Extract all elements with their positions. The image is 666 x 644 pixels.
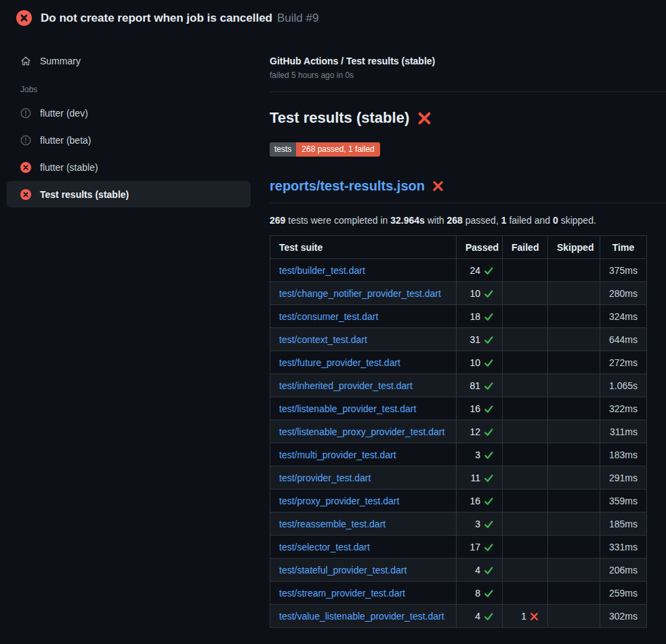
table-row: test/future_provider_test.dart 10 272ms: [270, 351, 647, 374]
check-icon: [484, 312, 493, 321]
skipped-cell: [548, 582, 600, 605]
test-suite-link[interactable]: test/proxy_provider_test.dart: [279, 496, 399, 506]
failed-cell: [503, 282, 548, 305]
failed-x-icon: [432, 180, 444, 192]
test-suite-link[interactable]: test/provider_test.dart: [279, 472, 371, 483]
job-label: flutter (stable): [40, 162, 98, 173]
time-cell: 324ms: [600, 305, 647, 328]
time-cell: 644ms: [600, 328, 647, 351]
skipped-cell: [548, 536, 600, 559]
skipped-cell: [548, 443, 600, 466]
time-cell: 259ms: [600, 582, 647, 605]
failed-cell: [503, 443, 548, 466]
check-icon: [484, 450, 493, 460]
passed-cell: 12: [457, 420, 503, 443]
passed-cell: 3: [457, 443, 503, 466]
table-row: test/listenable_proxy_provider_test.dart…: [270, 420, 647, 443]
sidebar-item-summary[interactable]: Summary: [7, 49, 251, 73]
sidebar-item-flutter-stable[interactable]: flutter (stable): [7, 154, 251, 180]
test-suite-link[interactable]: test/consumer_test.dart: [279, 311, 378, 322]
cancelled-status-icon: [20, 108, 31, 119]
job-label: flutter (beta): [40, 135, 91, 146]
summary-total: 269: [270, 215, 285, 226]
check-icon: [484, 565, 493, 575]
report-file-link[interactable]: reports/test-results.json: [270, 178, 425, 194]
skipped-cell: [548, 397, 600, 420]
test-suite-link[interactable]: test/reassemble_test.dart: [279, 519, 386, 529]
table-row: test/inherited_provider_test.dart 81 1.0…: [270, 374, 647, 397]
time-cell: 1.065s: [600, 374, 647, 397]
passed-cell: 81: [457, 374, 503, 397]
passed-cell: 17: [457, 536, 503, 559]
build-number: Build #9: [277, 12, 318, 24]
passed-cell: 31: [457, 328, 503, 351]
run-status-text: failed 5 hours ago in 0s: [270, 71, 666, 80]
failed-cell: [503, 582, 548, 605]
check-icon: [484, 611, 493, 621]
skipped-cell: [548, 605, 600, 628]
test-suite-link[interactable]: test/future_provider_test.dart: [279, 357, 400, 368]
sidebar-item-flutter-dev[interactable]: flutter (dev): [7, 100, 251, 126]
sidebar-item-flutter-beta[interactable]: flutter (beta): [7, 127, 251, 153]
failed-cell: [503, 305, 548, 328]
jobs-section-label: Jobs: [20, 85, 251, 94]
check-icon: [484, 473, 493, 483]
sidebar: Summary Jobs flutter (dev) flutter (beta…: [0, 35, 257, 208]
failed-cell: [503, 536, 548, 559]
divider: [270, 92, 666, 92]
passed-cell: 18: [457, 305, 503, 328]
table-header-row: Test suite Passed Failed Skipped Time: [270, 236, 647, 259]
test-suite-link[interactable]: test/multi_provider_test.dart: [279, 449, 396, 460]
skipped-cell: [548, 420, 600, 443]
test-suite-link[interactable]: test/stateful_provider_test.dart: [279, 565, 407, 576]
skipped-cell: [548, 259, 600, 282]
cancelled-status-icon: [20, 135, 31, 146]
test-suite-link[interactable]: test/listenable_proxy_provider_test.dart: [279, 426, 444, 437]
passed-cell: 16: [457, 397, 503, 420]
time-cell: 359ms: [600, 489, 647, 512]
skipped-cell: [548, 351, 600, 374]
check-icon: [484, 427, 493, 437]
failed-cell: [503, 328, 548, 351]
job-label: flutter (dev): [40, 108, 88, 119]
summary-text: skipped.: [558, 215, 596, 226]
failed-status-icon: [20, 162, 31, 173]
home-icon: [20, 56, 31, 66]
passed-cell: 8: [457, 582, 503, 605]
time-cell: 331ms: [600, 536, 647, 559]
test-suite-link[interactable]: test/inherited_provider_test.dart: [279, 380, 413, 391]
test-suite-link[interactable]: test/stream_provider_test.dart: [279, 588, 405, 599]
time-cell: 183ms: [600, 443, 647, 466]
column-header-failed: Failed: [503, 236, 548, 259]
summary-text: tests were completed in: [285, 215, 390, 226]
check-icon: [484, 266, 493, 275]
table-row: test/proxy_provider_test.dart 16 359ms: [270, 489, 647, 512]
time-cell: 322ms: [600, 397, 647, 420]
failed-cell: [503, 351, 548, 374]
check-run-title: Test results (stable): [270, 109, 409, 127]
check-run-page: Do not create report when job is cancell…: [0, 0, 666, 628]
page-title: Do not create report when job is cancell…: [41, 12, 272, 24]
skipped-cell: [548, 282, 600, 305]
tests-badge: tests 268 passed, 1 failed: [270, 142, 380, 157]
test-suite-link[interactable]: test/listenable_provider_test.dart: [279, 403, 416, 414]
main-layout: Summary Jobs flutter (dev) flutter (beta…: [0, 35, 666, 628]
passed-cell: 10: [457, 351, 503, 374]
check-run-heading: Test results (stable): [270, 109, 666, 127]
test-suite-link[interactable]: test/value_listenable_provider_test.dart: [279, 611, 444, 622]
table-row: test/stream_provider_test.dart 8 259ms: [270, 582, 647, 605]
summary-failed: 1: [501, 215, 507, 226]
passed-cell: 16: [457, 489, 503, 512]
passed-cell: 24: [457, 259, 503, 282]
sidebar-item-test-results-stable[interactable]: Test results (stable): [7, 181, 251, 207]
test-suite-link[interactable]: test/builder_test.dart: [279, 265, 365, 276]
summary-sentence: 269 tests were completed in 32.964s with…: [270, 215, 666, 226]
test-suite-link[interactable]: test/change_notifier_provider_test.dart: [279, 288, 441, 299]
test-suite-link[interactable]: test/context_test.dart: [279, 334, 367, 345]
test-suite-link[interactable]: test/selector_test.dart: [279, 542, 370, 552]
check-icon: [484, 496, 493, 506]
table-row: test/stateful_provider_test.dart 4 206ms: [270, 559, 647, 582]
skipped-cell: [548, 374, 600, 397]
passed-cell: 4: [457, 559, 503, 582]
time-cell: 272ms: [600, 351, 647, 374]
